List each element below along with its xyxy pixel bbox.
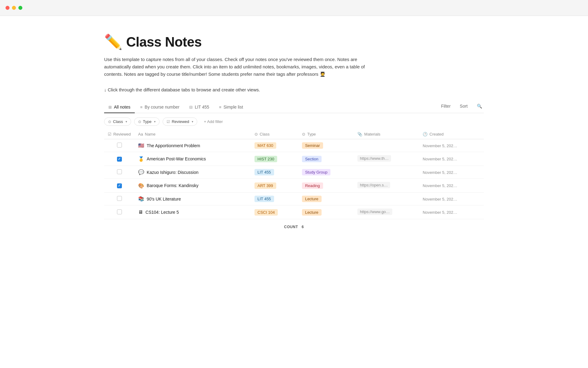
page-emoji: ✏️: [104, 35, 123, 49]
class-tag[interactable]: MAT 630: [254, 142, 277, 149]
col-reviewed-label: Reviewed: [113, 132, 131, 136]
row-name-text: The Apportionment Problem: [147, 143, 200, 148]
class-cell: HIST 230: [251, 152, 298, 166]
class-cell: MAT 630: [251, 139, 298, 152]
review-checkbox[interactable]: [117, 169, 122, 174]
name-cell[interactable]: 💬Kazuo Ishiguro: Discussion: [134, 166, 251, 179]
col-created-label: Created: [429, 132, 443, 136]
type-tag[interactable]: Section: [302, 156, 321, 162]
reviewed-cell[interactable]: [104, 179, 134, 193]
table-row[interactable]: 🎨Baroque Forms: KandinskyART 399Readingh…: [104, 179, 484, 193]
reviewed-cell[interactable]: [104, 193, 134, 205]
count-value: 6: [302, 225, 304, 229]
maximize-button[interactable]: [18, 6, 22, 10]
row-emoji: 🇺🇸: [138, 143, 144, 148]
col-reviewed: ☑ Reviewed: [104, 129, 134, 139]
materials-cell: [354, 193, 419, 205]
col-materials: 📎 Materials: [354, 129, 419, 139]
name-cell[interactable]: 📚90's UK Literature: [134, 193, 251, 205]
class-tag[interactable]: HIST 230: [254, 156, 277, 162]
table-row[interactable]: 💬Kazuo Ishiguro: DiscussionLIT 455Study …: [104, 166, 484, 179]
class-tag[interactable]: LIT 455: [254, 169, 274, 175]
row-emoji: 🥇: [138, 156, 144, 162]
name-cell[interactable]: 🥇American Post-War Economics: [134, 152, 251, 166]
review-checkbox[interactable]: [117, 157, 122, 162]
row-name-text: 90's UK Literature: [147, 197, 181, 201]
db-tabs-row: ⊞ All notes ≡ By course number ⊟ LIT 455…: [104, 102, 484, 113]
type-tag[interactable]: Study Group: [302, 169, 330, 175]
table-row[interactable]: 🥇American Post-War EconomicsHIST 230Sect…: [104, 152, 484, 166]
page-description: Use this template to capture notes from …: [104, 56, 380, 78]
created-cell: November 5, 202…: [419, 193, 484, 205]
caret-down-icon-2: ▾: [154, 120, 156, 123]
tab-by-course[interactable]: ≡ By course number: [136, 102, 184, 113]
table-row[interactable]: 📚90's UK LiteratureLIT 455LectureNovembe…: [104, 193, 484, 205]
name-cell[interactable]: 🎨Baroque Forms: Kandinsky: [134, 179, 251, 193]
sort-button[interactable]: Sort: [458, 102, 469, 110]
clock-icon: 🕐: [423, 132, 428, 136]
table-row[interactable]: 🖥CS104: Lecture 5CSCI 104Lecturehttps://…: [104, 205, 484, 219]
reviewed-cell[interactable]: [104, 166, 134, 179]
review-checkbox[interactable]: [117, 143, 122, 148]
row-emoji: 📚: [138, 196, 144, 202]
class-tag[interactable]: LIT 455: [254, 196, 274, 202]
name-cell[interactable]: 🖥CS104: Lecture 5: [134, 205, 251, 219]
grid-icon: ⊟: [189, 105, 193, 109]
tab-all-notes-label: All notes: [114, 105, 130, 109]
row-emoji: 💬: [138, 169, 144, 175]
type-cell: Lecture: [298, 205, 354, 219]
review-checkbox[interactable]: [117, 183, 122, 188]
type-filter-label: Type: [143, 119, 152, 124]
paperclip-icon: 📎: [357, 132, 362, 136]
created-cell: November 5, 202…: [419, 179, 484, 193]
type-tag[interactable]: Seminar: [302, 142, 323, 149]
class-tag[interactable]: CSCI 104: [254, 209, 278, 216]
close-button[interactable]: [6, 6, 9, 10]
tab-simple-list-label: Simple list: [224, 105, 243, 109]
materials-link[interactable]: https://www.th…: [357, 155, 391, 162]
type-cell: Lecture: [298, 193, 354, 205]
type-tag[interactable]: Reading: [302, 182, 323, 189]
row-name-text: Kazuo Ishiguro: Discussion: [147, 170, 198, 175]
table-row[interactable]: 🇺🇸The Apportionment ProblemMAT 630Semina…: [104, 139, 484, 152]
type-tag[interactable]: Lecture: [302, 196, 321, 202]
type-filter-chip[interactable]: ⊙ Type ▾: [134, 117, 160, 126]
materials-link[interactable]: https://www.go…: [357, 209, 392, 215]
reviewed-cell[interactable]: [104, 152, 134, 166]
type-tag[interactable]: Lecture: [302, 209, 321, 216]
tab-lit455[interactable]: ⊟ LIT 455: [185, 102, 213, 113]
reviewed-cell[interactable]: [104, 139, 134, 152]
col-type: ⊙ Type: [298, 129, 354, 139]
list2-icon: ≡: [219, 105, 221, 109]
count-label: COUNT: [284, 225, 298, 229]
tab-simple-list[interactable]: ≡ Simple list: [215, 102, 247, 113]
class-cell: ART 399: [251, 179, 298, 193]
class-filter-chip[interactable]: ⊙ Class ▾: [104, 117, 131, 126]
filter-bar: ⊙ Class ▾ ⊙ Type ▾ ☑ Reviewed ▾ + Add fi…: [104, 113, 484, 129]
page-title: Class Notes: [126, 34, 202, 50]
type-col-icon: ⊙: [302, 132, 305, 136]
class-tag[interactable]: ART 399: [254, 182, 276, 189]
checkbox-icon: ☑: [167, 120, 170, 124]
review-checkbox[interactable]: [117, 209, 122, 214]
created-cell: November 5, 202…: [419, 166, 484, 179]
review-checkbox[interactable]: [117, 196, 122, 201]
tab-all-notes[interactable]: ⊞ All notes: [104, 102, 135, 113]
add-filter-button[interactable]: + Add filter: [200, 118, 227, 125]
reviewed-filter-label: Reviewed: [172, 119, 189, 124]
table-header-row: ☑ Reviewed Aa Name ⊙ Class: [104, 129, 484, 139]
materials-cell: [354, 166, 419, 179]
filter-button[interactable]: Filter: [439, 102, 452, 110]
table-icon: ⊞: [108, 105, 112, 109]
tab-by-course-label: By course number: [145, 105, 179, 109]
reviewed-cell[interactable]: [104, 205, 134, 219]
name-cell[interactable]: 🇺🇸The Apportionment Problem: [134, 139, 251, 152]
db-tabs: ⊞ All notes ≡ By course number ⊟ LIT 455…: [104, 102, 247, 113]
reviewed-filter-chip[interactable]: ☑ Reviewed ▾: [163, 117, 197, 126]
materials-cell: https://www.th…: [354, 152, 419, 166]
created-date: November 5, 202…: [423, 170, 457, 175]
search-button[interactable]: 🔍: [475, 102, 484, 110]
minimize-button[interactable]: [12, 6, 16, 10]
materials-link[interactable]: https://open.s…: [357, 182, 390, 188]
text-col-icon: Aa: [138, 132, 143, 136]
